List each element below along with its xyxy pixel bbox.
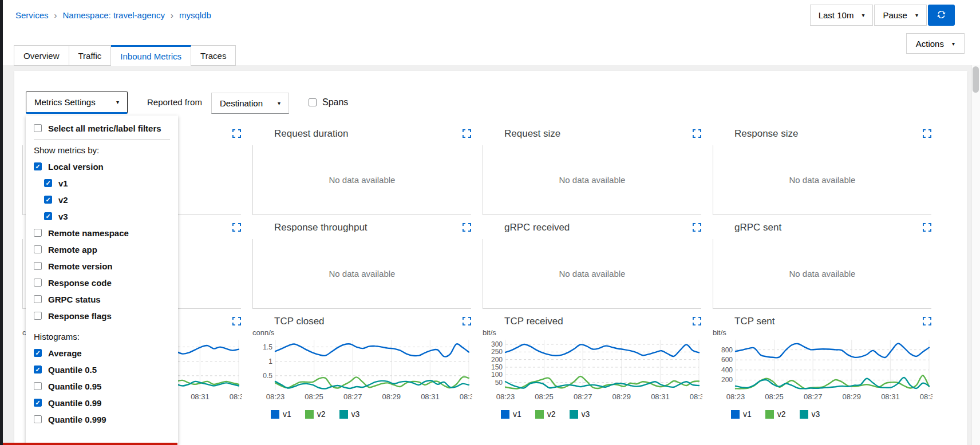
expand-icon[interactable] [463, 317, 471, 328]
menu-item-average: Average [34, 347, 178, 359]
menu-checkbox[interactable] [34, 245, 42, 253]
breadcrumb-link[interactable]: Namespace: travel-agency [63, 10, 165, 20]
expand-icon[interactable] [232, 129, 241, 140]
menu-checkbox[interactable] [34, 399, 42, 407]
expand-icon[interactable] [232, 317, 241, 328]
expand-icon[interactable] [693, 223, 701, 234]
menu-checkbox[interactable] [34, 365, 42, 374]
expand-icon[interactable] [923, 223, 931, 234]
menu-checkbox[interactable] [34, 295, 42, 303]
svg-text:250: 250 [491, 348, 503, 356]
menu-item-label: Quantile 0.99 [48, 398, 101, 408]
reported-from-label: Reported from [147, 97, 202, 107]
legend-item-v1[interactable]: v1 [271, 410, 291, 419]
expand-icon[interactable] [463, 223, 471, 234]
menu-checkbox[interactable] [34, 349, 42, 357]
expand-icon[interactable] [923, 317, 931, 328]
refresh-interval-label: Pause [883, 10, 907, 20]
svg-text:600: 600 [721, 356, 733, 364]
chart-cell-header: TCP sent [730, 316, 931, 328]
no-data-box: No data available [252, 239, 471, 309]
chart-cell: TCP closedconn/s08:2308:2508:2708:2908:3… [270, 316, 471, 420]
tab-traffic[interactable]: Traffic [69, 45, 112, 66]
expand-icon[interactable] [923, 129, 931, 140]
menu-item-label: Average [48, 348, 82, 358]
svg-text:300: 300 [491, 340, 503, 348]
spans-checkbox[interactable] [309, 98, 317, 106]
reported-from-value: Destination [220, 98, 263, 108]
menu-checkbox[interactable] [34, 162, 42, 170]
legend-item-v3[interactable]: v3 [800, 410, 820, 419]
line-chart-plot: 08:2308:2508:2708:2908:3108:335010015020… [483, 337, 702, 407]
legend-item-v2[interactable]: v2 [535, 410, 556, 419]
chart-title: TCP received [500, 316, 563, 327]
svg-text:08:23: 08:23 [266, 392, 285, 401]
legend-item-v1[interactable]: v1 [501, 410, 521, 419]
legend-item-v3[interactable]: v3 [570, 410, 590, 419]
legend-swatch [765, 410, 774, 419]
line-chart-plot: 08:2308:2508:2708:2908:3108:332004006008… [713, 337, 932, 407]
scrollbar-thumb[interactable] [973, 66, 979, 93]
menu-item-label: v2 [58, 195, 68, 205]
chevron-down-icon: ▾ [278, 100, 280, 106]
chart-cell-header: TCP closed [270, 316, 471, 328]
top-toolbar: Last 10m ▾ Pause ▾ [810, 5, 955, 26]
legend-label: v3 [812, 410, 820, 419]
vertical-scrollbar[interactable] [971, 65, 980, 445]
left-nav-rail [0, 0, 3, 445]
svg-text:08:29: 08:29 [843, 392, 862, 401]
tab-overview[interactable]: Overview [14, 45, 69, 66]
menu-item-v1: v1 [34, 177, 178, 189]
svg-text:08:29: 08:29 [382, 392, 401, 401]
menu-item-label: Quantile 0.999 [48, 415, 106, 424]
menu-item-quantile-0-95: Quantile 0.95 [34, 380, 178, 392]
metrics-settings-dropdown[interactable]: Metrics Settings ▾ [26, 92, 128, 114]
breadcrumb-link[interactable]: Services [15, 10, 49, 20]
menu-item-label: Quantile 0.5 [48, 365, 97, 375]
no-data-text: No data available [789, 269, 856, 279]
tab-inbound-metrics[interactable]: Inbound Metrics [111, 45, 191, 66]
menu-checkbox[interactable] [34, 124, 42, 132]
expand-icon[interactable] [463, 129, 471, 140]
menu-checkbox[interactable] [34, 262, 42, 270]
refresh-interval-dropdown[interactable]: Pause ▾ [874, 5, 927, 26]
chart-title: Request size [500, 128, 560, 140]
metrics-card: Metrics Settings ▾ Reported from Destina… [14, 71, 967, 445]
legend-item-v1[interactable]: v1 [731, 410, 752, 419]
svg-text:200: 200 [491, 356, 503, 364]
duration-dropdown[interactable]: Last 10m ▾ [810, 5, 874, 26]
actions-dropdown[interactable]: Actions ▾ [906, 33, 965, 54]
tab-traces[interactable]: Traces [191, 45, 236, 66]
menu-checkbox[interactable] [34, 279, 42, 287]
menu-item-label: Remote version [48, 261, 113, 271]
chart-legend: v1v2v3 [271, 408, 471, 420]
menu-checkbox[interactable] [44, 179, 52, 187]
expand-icon[interactable] [232, 223, 241, 234]
legend-swatch [305, 410, 314, 419]
legend-item-v3[interactable]: v3 [339, 410, 360, 419]
menu-checkbox[interactable] [34, 382, 42, 390]
breadcrumb-link[interactable]: mysqldb [179, 10, 211, 20]
menu-checkbox[interactable] [34, 415, 42, 423]
chart-title: gRPC sent [730, 222, 781, 233]
menu-checkbox[interactable] [34, 312, 42, 320]
chart-cell: Response throughputNo data available [270, 222, 471, 309]
duration-label: Last 10m [819, 10, 854, 20]
metrics-settings-label: Metrics Settings [34, 97, 96, 107]
menu-checkbox[interactable] [44, 196, 52, 204]
menu-checkbox[interactable] [34, 229, 42, 237]
refresh-button[interactable] [928, 5, 955, 26]
chart-cell: TCP sentbit/s08:2308:2508:2708:2908:3108… [730, 316, 931, 420]
menu-checkbox[interactable] [44, 212, 52, 220]
legend-swatch [339, 410, 348, 419]
reported-from-dropdown[interactable]: Destination ▾ [211, 93, 289, 114]
expand-icon[interactable] [693, 129, 701, 140]
legend-item-v2[interactable]: v2 [305, 410, 326, 419]
menu-item-remote-namespace: Remote namespace [34, 227, 178, 239]
legend-item-v2[interactable]: v2 [765, 410, 786, 419]
chart-cell-header: gRPC sent [730, 222, 931, 235]
expand-icon[interactable] [693, 317, 701, 328]
legend-label: v2 [317, 410, 326, 419]
legend-swatch [800, 410, 808, 419]
chevron-down-icon: ▾ [116, 99, 119, 105]
